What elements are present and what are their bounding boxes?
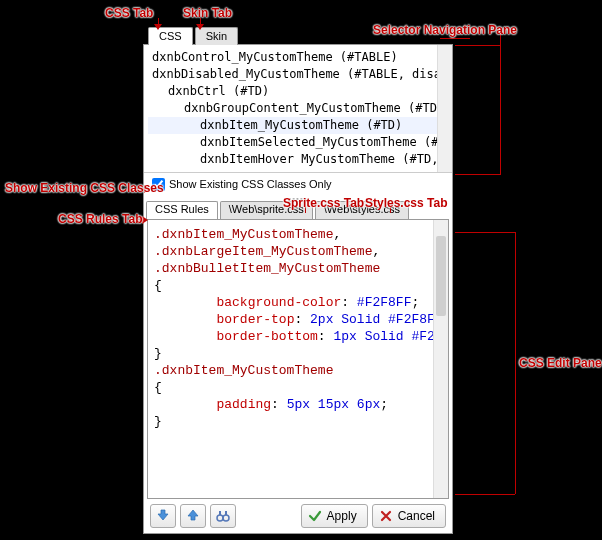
callout-nav-pane: Selector Navigation Pane xyxy=(373,23,517,37)
nav-item[interactable]: dxnbGroupContent_MyCustomTheme (#TD) xyxy=(148,100,452,117)
nav-scrollbar[interactable] xyxy=(437,45,452,172)
nav-item[interactable]: dxnbControl_MyCustomTheme (#TABLE) xyxy=(148,49,452,66)
cancel-button[interactable]: Cancel xyxy=(372,504,446,528)
binoculars-icon xyxy=(216,509,230,523)
svg-point-0 xyxy=(217,515,223,521)
move-up-button[interactable] xyxy=(180,504,206,528)
subtab-css-rules[interactable]: CSS Rules xyxy=(146,201,218,219)
svg-rect-3 xyxy=(225,511,227,515)
nav-item[interactable]: dxnbCtrl (#TD) xyxy=(148,83,452,100)
callout-edit-pane: CSS Edit Pane xyxy=(519,356,602,370)
move-down-button[interactable] xyxy=(150,504,176,528)
callout-sprite-tab: Sprite.css Tab xyxy=(283,196,364,210)
callout-show-existing: Show Existing CSS Classes xyxy=(5,181,164,195)
main-panel: dxnbControl_MyCustomTheme (#TABLE)dxnbDi… xyxy=(143,44,453,534)
svg-point-1 xyxy=(223,515,229,521)
find-button[interactable] xyxy=(210,504,236,528)
editor-scrollbar[interactable] xyxy=(433,220,448,498)
show-existing-label: Show Existing CSS Classes Only xyxy=(169,178,332,190)
callout-skin-tab: Skin Tab xyxy=(183,6,232,20)
arrow-down-icon xyxy=(156,509,170,523)
css-edit-pane[interactable]: .dxnbItem_MyCustomTheme, .dxnbLargeItem_… xyxy=(147,219,449,499)
svg-rect-2 xyxy=(219,511,221,515)
apply-button[interactable]: Apply xyxy=(301,504,368,528)
callout-rules-tab: CSS Rules Tab xyxy=(58,212,142,226)
nav-item[interactable]: dxnbItemSelected_MyCustomTheme (#TD, sel… xyxy=(148,134,452,151)
callout-styles-tab: Styles.css Tab xyxy=(365,196,448,210)
arrow-up-icon xyxy=(186,509,200,523)
apply-label: Apply xyxy=(327,509,357,523)
callout-css-tab: CSS Tab xyxy=(105,6,153,20)
nav-item[interactable]: dxnbItemHover MyCustomTheme (#TD, hottra… xyxy=(148,151,452,168)
show-existing-row: Show Existing CSS Classes Only xyxy=(144,173,452,195)
footer-bar: Apply Cancel xyxy=(144,499,452,533)
cross-icon xyxy=(379,509,393,523)
editor-scroll-thumb[interactable] xyxy=(436,236,446,316)
selector-navigation-pane[interactable]: dxnbControl_MyCustomTheme (#TABLE)dxnbDi… xyxy=(144,45,452,173)
nav-item[interactable]: dxnbItem_MyCustomTheme (#TD) xyxy=(148,117,452,134)
nav-item[interactable]: dxnbDisabled_MyCustomTheme (#TABLE, disa… xyxy=(148,66,452,83)
check-icon xyxy=(308,509,322,523)
cancel-label: Cancel xyxy=(398,509,435,523)
